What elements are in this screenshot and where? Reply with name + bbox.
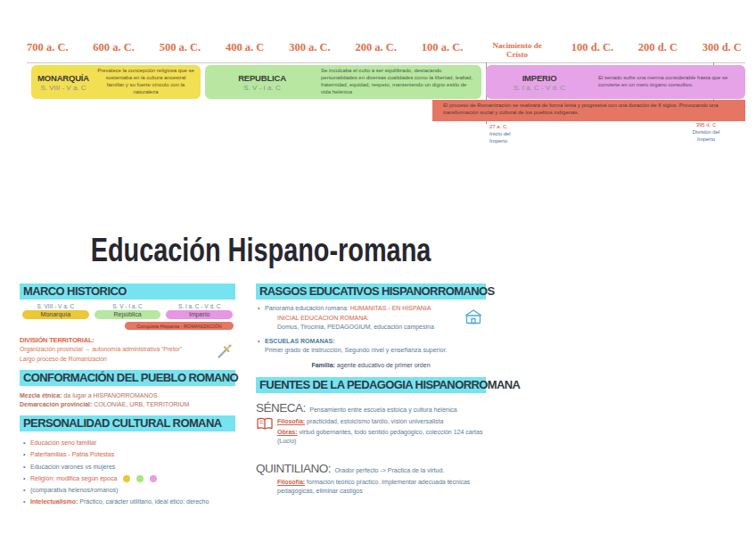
period-title-block: REPUBLICA S. V - I a. C bbox=[205, 73, 319, 92]
romanizacion-bar: El proceso de Romanización se realizará … bbox=[432, 100, 745, 121]
period-range: S. I a. C - V d. C bbox=[486, 84, 593, 92]
bullet-detail: Primer grado de instrucción, Segundo niv… bbox=[265, 347, 447, 353]
rasgos-body: Panorama educación romana: HUMANITAS - E… bbox=[256, 304, 486, 368]
annotation-date: 395 d. C bbox=[683, 122, 729, 129]
rasgos-bullet-list: Panorama educación romana: HUMANITAS - E… bbox=[258, 304, 486, 356]
marco-period-imperio: S. I a. C - V d. C Imperio bbox=[163, 303, 235, 319]
author-name: QUINTILIANO: bbox=[256, 462, 331, 475]
marco-pill-monarquia: Monarquía bbox=[22, 310, 89, 319]
period-range: S. VIII - V a. C bbox=[31, 84, 95, 92]
religion-dot-purple-icon bbox=[150, 475, 157, 482]
conformacion-line: Mezcla étnica: da lugar a HISPANORROMANO… bbox=[20, 392, 235, 398]
filosofia-rest: practicidad, estoicismo tardío, visión u… bbox=[307, 418, 443, 424]
section-header-rasgos-educativos: RASGOS EDUCATIVOS HISPANORROMANOS bbox=[256, 283, 486, 300]
period-box-imperio: IMPERIO S. I a. C - V d. C El senado suf… bbox=[486, 65, 745, 99]
filosofia-lead: Filosofía: bbox=[277, 479, 305, 485]
marco-periods-row: S. VIII - V a. C Monarquía S. V - I a. C… bbox=[20, 303, 235, 319]
left-column: MARCO HISTORICO S. VIII - V a. C Monarqu… bbox=[20, 283, 235, 508]
timeline-date: 200 a. C. bbox=[355, 41, 397, 54]
period-description: Se inculcaba el culto a ser equilibrado,… bbox=[319, 66, 481, 97]
conformacion-rest: COLONIAE, URB, TERRITORIUM bbox=[94, 401, 189, 407]
author-filosofia-line: Filosofía: formación teórico practico. I… bbox=[277, 478, 486, 496]
obras-rest: virtud gobernantes, todo sentido pedagóg… bbox=[277, 429, 482, 444]
author-quintiliano-block: QUINTILIANO: Orador perfecto -> Practica… bbox=[256, 460, 486, 496]
author-obras-line: Obras: virtud gobernantes, todo sentido … bbox=[277, 428, 486, 446]
annotation-division-imperio: 395 d. C División del Imperio bbox=[683, 122, 729, 143]
conquista-romanizacion-pill: Conquista Hispania - ROMANIZACIÓN bbox=[125, 322, 234, 330]
timeline-axis-line bbox=[27, 62, 745, 63]
religion-dot-green-icon bbox=[136, 475, 144, 482]
bullet-item: Educación seno familiar bbox=[23, 437, 235, 448]
author-name: SÉNECA: bbox=[256, 401, 306, 415]
bullet-item: Paterfamilias - Patria Potestas bbox=[23, 448, 235, 460]
period-description: El senado sufre una merma considerable h… bbox=[593, 73, 745, 91]
bullet-detail: Domus, Tirocinia, PEDAGOGIUM, educación … bbox=[277, 323, 434, 333]
conformacion-rest: da lugar a HISPANORROMANOS bbox=[63, 392, 157, 398]
marco-range: S. VIII - V a. C bbox=[20, 303, 92, 309]
section-header-conformacion-pueblo-romano: CONFORMACIÓN DEL PUEBLO ROMANO bbox=[20, 370, 235, 386]
author-seneca-block: SÉNECA: Pensamiento entre escuela estoic… bbox=[256, 399, 486, 446]
period-name: REPUBLICA bbox=[205, 73, 319, 83]
author-summary: Pensamiento entre escuela estoica y cult… bbox=[309, 407, 456, 413]
bullet-item: Educación varones vs mujeres bbox=[23, 461, 235, 472]
timeline-date: 100 d. C. bbox=[571, 41, 613, 54]
filosofia-lead: Filosofía: bbox=[277, 418, 305, 424]
annotation-text: Imperio bbox=[683, 136, 729, 144]
period-title-block: MONARQUÍA S. VIII - V a. C bbox=[31, 73, 95, 92]
timeline-dates-row: 700 a. C. 600 a. C. 500 a. C. 400 a. C 3… bbox=[27, 41, 742, 60]
marco-period-monarquia: S. VIII - V a. C Monarquía bbox=[20, 303, 92, 319]
timeline-date: 100 a. C. bbox=[422, 41, 464, 54]
division-territorial-line: Organización provincial → autonomía admi… bbox=[20, 346, 212, 352]
religion-dot-yellow-icon bbox=[123, 475, 130, 482]
annotation-inicio-imperio: 27 a. C. Inicio del Imperio bbox=[489, 124, 511, 144]
marco-period-republica: S. V - I a. C República bbox=[92, 303, 164, 319]
conformacion-lead: Mezcla étnica: bbox=[20, 392, 62, 398]
bullet-item-intelectualismo: Intelectualismo: Práctico, carácter util… bbox=[23, 496, 235, 507]
open-book-icon bbox=[256, 417, 274, 434]
section-header-marco-historico: MARCO HISTORICO bbox=[20, 283, 235, 300]
annotation-text: División del bbox=[683, 129, 729, 136]
bullet-lead: ESCUELAS ROMANAS: bbox=[265, 338, 335, 344]
timeline-date: 300 d. C bbox=[703, 41, 742, 54]
annotation-date: 27 a. C. bbox=[489, 124, 511, 131]
timeline-date-nacimiento-de-cristo: Nacimiento de Cristo bbox=[488, 41, 546, 60]
familia-rest: agente educativo de primer orden bbox=[337, 362, 431, 368]
bullet-item-escuelas: ESCUELAS ROMANAS: Primer grado de instru… bbox=[258, 337, 486, 356]
bullet-item-religion: Religión: modifica según época bbox=[23, 472, 235, 484]
infographic-page: 700 a. C. 600 a. C. 500 a. C. 400 a. C 3… bbox=[0, 0, 756, 534]
bullet-rest: Práctico, carácter utilitario, ideal éti… bbox=[79, 498, 209, 505]
period-range: S. V - I a. C bbox=[205, 84, 319, 92]
familia-note: Familia: agente educativo de primer orde… bbox=[256, 362, 486, 368]
period-name: IMPERIO bbox=[486, 73, 593, 83]
conformacion-line: Demarcación provincial: COLONIAE, URB, T… bbox=[20, 401, 235, 407]
period-title-block: IMPERIO S. I a. C - V d. C bbox=[486, 73, 593, 92]
timeline-date: 400 a. C bbox=[226, 41, 264, 54]
author-summary: Orador perfecto -> Practica de la virtud… bbox=[334, 467, 444, 473]
bullet-lead: Panorama educación romana: bbox=[265, 305, 349, 311]
bullet-item-panorama: Panorama educación romana: HUMANITAS - E… bbox=[258, 304, 486, 333]
section-header-personalidad-cultural-romana: PERSONALIDAD CULTURAL ROMANA bbox=[20, 415, 235, 431]
bullet-highlight: HUMANITAS - EN HISPANIA bbox=[350, 305, 431, 311]
bullet-item: (comparativa helenos/romanos) bbox=[23, 484, 235, 496]
sword-icon bbox=[218, 344, 232, 362]
timeline-date: 600 a. C. bbox=[93, 41, 135, 54]
conformacion-lead: Demarcación provincial: bbox=[20, 401, 92, 407]
period-box-republica: REPUBLICA S. V - I a. C Se inculcaba el … bbox=[205, 65, 481, 99]
marco-range: S. I a. C - V d. C bbox=[163, 303, 235, 309]
timeline-date: 700 a. C. bbox=[27, 41, 69, 54]
bullet-lead: Intelectualismo: bbox=[30, 498, 78, 505]
timeline-date: 500 a. C. bbox=[160, 41, 201, 54]
author-filosofia-line: Filosofía: practicidad, estoicismo tardí… bbox=[277, 417, 486, 426]
timeline-date: 300 a. C. bbox=[289, 41, 331, 54]
familia-lead: Familia: bbox=[311, 362, 334, 368]
marco-range: S. V - I a. C bbox=[92, 303, 164, 309]
timeline-date: 200 d. C bbox=[638, 41, 678, 54]
division-territorial-line: Largo proceso de Romanización bbox=[20, 356, 212, 362]
marco-pill-imperio: Imperio bbox=[166, 310, 233, 319]
period-name: MONARQUÍA bbox=[31, 73, 95, 83]
right-column: RASGOS EDUCATIVOS HISPANORROMANOS Panora… bbox=[256, 283, 486, 496]
page-title: Educación Hispano-romana bbox=[57, 232, 464, 269]
filosofia-rest: formación teórico practico. Implementar … bbox=[277, 479, 470, 494]
personalidad-bullet-list: Educación seno familiar Paterfamilias - … bbox=[23, 437, 235, 508]
section-header-fuentes-pedagogia: FUENTES DE LA PEDAGOGIA HISPANORROMANA bbox=[256, 377, 486, 393]
